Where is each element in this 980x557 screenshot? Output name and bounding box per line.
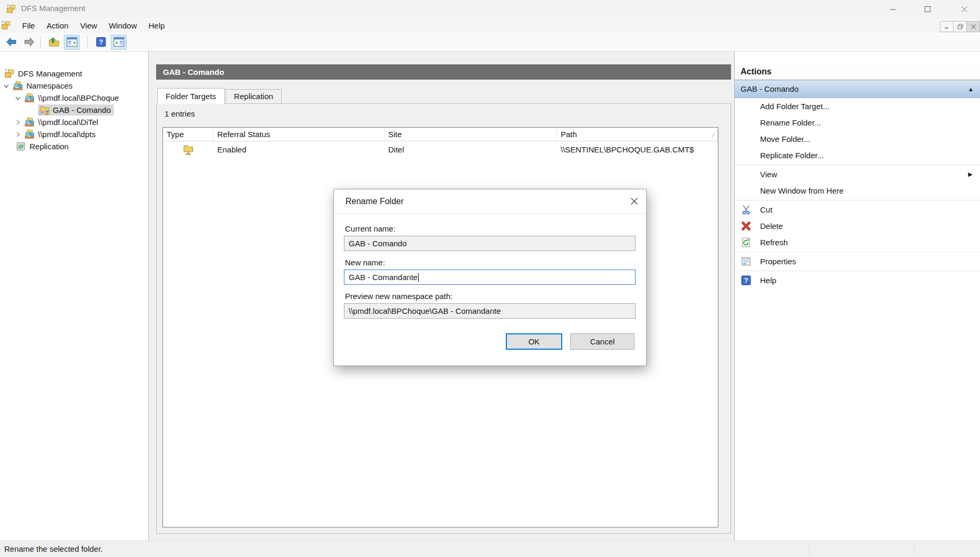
actions-section-label: GAB - Comando: [741, 84, 799, 93]
blank-icon: [739, 101, 753, 112]
new-name-label: New name:: [345, 258, 636, 267]
tab-replication[interactable]: Replication: [226, 89, 282, 104]
help-icon: ?: [739, 275, 753, 286]
menu-view[interactable]: View: [80, 21, 97, 30]
menu-action[interactable]: Action: [46, 21, 69, 30]
actions-separator: [735, 271, 980, 271]
action-cut[interactable]: Cut: [735, 201, 980, 218]
column-header-referral-status[interactable]: Referral Status: [214, 128, 385, 141]
show-hide-action-pane-button[interactable]: [111, 35, 127, 50]
action-move-folder[interactable]: Move Folder...: [735, 131, 980, 147]
toolbar-separator: [87, 36, 88, 49]
dialog-buttons: OK Cancel: [506, 333, 635, 350]
forward-button[interactable]: [21, 35, 37, 50]
refresh-icon: [739, 237, 753, 248]
minimize-icon: [889, 6, 896, 13]
chevron-right-icon[interactable]: [15, 119, 21, 126]
dialog-title-bar: Rename Folder: [334, 189, 646, 214]
tree-item-namespaces[interactable]: Namespaces: [0, 80, 148, 92]
tree-item-label: \\pmdf.local\BPChoque: [38, 93, 119, 102]
action-add-folder-target[interactable]: Add Folder Target...: [735, 98, 980, 114]
status-bar: Rename the selected folder.: [0, 540, 980, 557]
mdi-restore-icon: [957, 24, 963, 30]
toolbar: ?: [0, 33, 980, 52]
menu-window[interactable]: Window: [109, 21, 137, 30]
maximize-icon: [924, 6, 931, 13]
mdi-minimize-icon: [944, 24, 950, 30]
chevron-right-icon[interactable]: [15, 131, 21, 138]
minimize-button[interactable]: [878, 0, 907, 18]
tree-item-ditel-namespace[interactable]: \\pmdf.local\DiTel: [0, 116, 148, 128]
action-help[interactable]: ? Help: [735, 272, 980, 289]
tree-item-gab-comando[interactable]: GAB - Comando: [0, 104, 148, 116]
menu-file[interactable]: File: [22, 21, 35, 30]
actions-section-header[interactable]: GAB - Comando ▲: [735, 80, 980, 98]
help-button[interactable]: ?: [93, 35, 109, 50]
tree-item-label: Namespaces: [26, 81, 73, 90]
svg-text:?: ?: [99, 39, 103, 46]
status-text: Rename the selected folder.: [4, 544, 103, 553]
mdi-close-button[interactable]: [966, 21, 980, 32]
mdi-window-controls: [940, 21, 980, 32]
tree-item-dfs-management[interactable]: DFS Management: [0, 68, 148, 80]
dialog-close-button[interactable]: [622, 189, 646, 214]
tab-folder-targets[interactable]: Folder Targets: [157, 88, 225, 104]
rename-folder-dialog: Rename Folder Current name: GAB - Comand…: [333, 189, 647, 366]
chevron-down-icon[interactable]: [15, 95, 21, 101]
cell-path: \\SENTINEL\BPCHOQUE.GAB.CMT$: [557, 145, 718, 154]
forward-icon: [24, 37, 35, 47]
chevron-down-icon[interactable]: [3, 83, 9, 89]
statusbar-divider: [809, 542, 810, 556]
tree-item-bpchoque-namespace[interactable]: \\pmdf.local\BPChoque: [0, 92, 148, 104]
action-refresh[interactable]: Refresh: [735, 234, 980, 251]
collapse-section-icon[interactable]: ▲: [968, 86, 974, 92]
show-hide-console-tree-button[interactable]: [64, 35, 80, 50]
action-replicate-folder[interactable]: Replicate Folder...: [735, 147, 980, 164]
actions-separator: [735, 165, 980, 165]
results-pane-header: GAB - Comando: [156, 64, 731, 80]
action-delete[interactable]: Delete: [735, 218, 980, 234]
mdi-document-icon: [1, 21, 11, 30]
back-icon: [6, 37, 17, 47]
menu-help[interactable]: Help: [148, 21, 165, 30]
ok-button[interactable]: OK: [506, 333, 562, 350]
namespace-icon: [24, 117, 35, 127]
close-button[interactable]: [949, 0, 979, 18]
mdi-restore-button[interactable]: [953, 21, 967, 32]
column-header-path[interactable]: Path ∕: [557, 128, 718, 141]
namespace-icon: [13, 81, 24, 91]
actions-separator: [735, 200, 980, 200]
column-header-site[interactable]: Site: [385, 128, 557, 141]
svg-text:?: ?: [744, 276, 748, 284]
tree-item-dpts-namespace[interactable]: \\pmdf.local\dpts: [0, 128, 148, 140]
up-one-level-button[interactable]: [46, 35, 62, 50]
cell-referral-status: Enabled: [214, 145, 385, 154]
blank-icon: [739, 150, 753, 161]
back-button[interactable]: [3, 35, 19, 50]
action-new-window-from-here[interactable]: New Window from Here: [735, 183, 980, 199]
entries-count: 1 entries: [157, 104, 731, 118]
toolbar-separator: [40, 36, 41, 49]
tree-item-label: \\pmdf.local\DiTel: [38, 118, 98, 127]
tree-item-replication[interactable]: Replication: [0, 140, 148, 152]
tree-item-label: Replication: [30, 142, 69, 151]
mdi-minimize-button[interactable]: [940, 21, 954, 32]
action-rename-folder[interactable]: Rename Folder...: [735, 114, 980, 131]
action-properties[interactable]: Properties: [735, 253, 980, 270]
maximize-button[interactable]: [912, 0, 942, 18]
help-icon: ?: [95, 37, 107, 47]
blank-icon: [739, 117, 753, 129]
blank-icon: [739, 133, 753, 145]
console-tree-icon: [66, 37, 78, 47]
scissors-icon: [739, 204, 753, 216]
dialog-title: Rename Folder: [345, 197, 403, 206]
namespace-icon: [24, 129, 35, 139]
new-name-input[interactable]: GAB - Comandante: [344, 270, 636, 285]
table-row[interactable]: Enabled Ditel \\SENTINEL\BPCHOQUE.GAB.CM…: [163, 141, 718, 158]
action-view[interactable]: View ▶: [735, 166, 980, 183]
action-pane-icon: [113, 37, 124, 47]
actions-pane: Actions GAB - Comando ▲ Add Folder Targe…: [734, 52, 980, 540]
delete-x-icon: [739, 220, 753, 232]
cancel-button[interactable]: Cancel: [570, 333, 635, 350]
column-header-type[interactable]: Type: [163, 128, 214, 141]
